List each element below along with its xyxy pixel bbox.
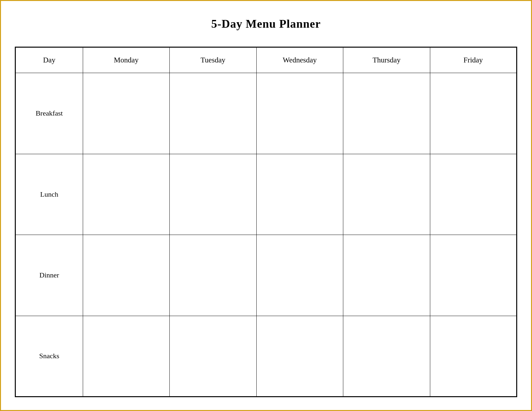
breakfast-friday[interactable] [430, 73, 517, 154]
planner-table-wrapper: Day Monday Tuesday Wednesday Thursday Fr… [15, 47, 517, 397]
header-thursday: Thursday [343, 47, 430, 73]
header-friday: Friday [430, 47, 517, 73]
snacks-friday[interactable] [430, 316, 517, 397]
snacks-thursday[interactable] [343, 316, 430, 397]
table-row: Breakfast [15, 73, 517, 154]
dinner-thursday[interactable] [343, 235, 430, 316]
lunch-label: Lunch [15, 154, 83, 235]
breakfast-wednesday[interactable] [256, 73, 343, 154]
snacks-label: Snacks [15, 316, 83, 397]
lunch-thursday[interactable] [343, 154, 430, 235]
lunch-wednesday[interactable] [256, 154, 343, 235]
snacks-monday[interactable] [83, 316, 169, 397]
breakfast-thursday[interactable] [343, 73, 430, 154]
lunch-tuesday[interactable] [170, 154, 256, 235]
dinner-monday[interactable] [83, 235, 169, 316]
header-wednesday: Wednesday [256, 47, 343, 73]
breakfast-monday[interactable] [83, 73, 169, 154]
snacks-wednesday[interactable] [256, 316, 343, 397]
table-row: Lunch [15, 154, 517, 235]
dinner-wednesday[interactable] [256, 235, 343, 316]
table-row: Dinner [15, 235, 517, 316]
lunch-monday[interactable] [83, 154, 169, 235]
table-row: Snacks [15, 316, 517, 397]
header-tuesday: Tuesday [170, 47, 256, 73]
breakfast-label: Breakfast [15, 73, 83, 154]
dinner-friday[interactable] [430, 235, 517, 316]
page-title: 5-Day Menu Planner [211, 17, 321, 31]
snacks-tuesday[interactable] [170, 316, 256, 397]
header-row: Day Monday Tuesday Wednesday Thursday Fr… [15, 47, 517, 73]
dinner-label: Dinner [15, 235, 83, 316]
lunch-friday[interactable] [430, 154, 517, 235]
header-day: Day [15, 47, 83, 73]
planner-table: Day Monday Tuesday Wednesday Thursday Fr… [15, 47, 517, 397]
breakfast-tuesday[interactable] [170, 73, 256, 154]
dinner-tuesday[interactable] [170, 235, 256, 316]
header-monday: Monday [83, 47, 169, 73]
